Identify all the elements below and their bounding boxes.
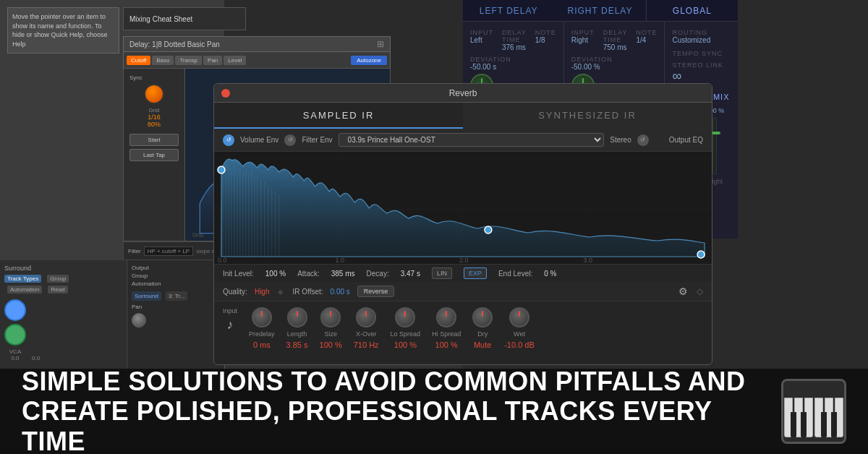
tab-baso[interactable]: Baso: [152, 56, 174, 65]
last-tap-btn[interactable]: Last Tap: [129, 149, 179, 161]
lin-btn[interactable]: LIN: [432, 267, 452, 279]
tempo-sync-row: Tempo Sync: [672, 50, 731, 57]
automation-small: Automation: [132, 280, 220, 287]
surround-btns: Surround 3: Tr...: [132, 291, 220, 301]
reverb-close-button[interactable]: [221, 89, 230, 98]
piano-logo: [781, 379, 846, 444]
note-label-right: Note: [636, 29, 657, 36]
tab-transp[interactable]: Transp: [175, 56, 202, 65]
end-level-label: End Level:: [498, 270, 532, 278]
volume-env-toggle[interactable]: ↺: [223, 134, 234, 146]
stereo-link-icon[interactable]: ∞: [672, 69, 731, 84]
input-label-left: Input: [470, 29, 493, 36]
length-knob[interactable]: [287, 307, 307, 327]
db-val2: 0.0: [32, 355, 40, 361]
decay-label: Decay:: [367, 270, 389, 278]
dry-val: Mute: [474, 340, 491, 349]
start-btn[interactable]: Start: [129, 134, 179, 146]
gear-icon[interactable]: ⚙: [678, 286, 688, 297]
fader-main-group: VCA 0.0: [4, 299, 26, 361]
left-io-row: Input Left Delay Time 376 ms Note 1/8: [470, 29, 556, 51]
left-input-item: Input Left: [470, 29, 493, 51]
group-badge[interactable]: Group: [47, 275, 69, 283]
bottom-line-2: CREATE POLISHED, PROFESSIONAL TRACKS EVE…: [22, 396, 767, 454]
filter-env-toggle[interactable]: ↺: [284, 134, 296, 146]
tab-cutoff[interactable]: Cutoff: [127, 56, 150, 65]
delay-window-titlebar: Delay: 1|8 Dotted Basic Pan ⊞: [123, 36, 391, 52]
piano-key-black-1: [791, 412, 796, 437]
tab-synthesized-ir[interactable]: SYNTHESIZED IR: [463, 103, 712, 129]
piano-key-black-4: [831, 412, 837, 437]
lo-spread-val: 100 %: [394, 340, 417, 349]
slope-label: slope s: [196, 248, 214, 254]
tab-sampled-ir[interactable]: SAMPLED IR: [214, 103, 463, 129]
filter-env-label: Filter Env: [302, 136, 332, 144]
deviation-label-left: Deviation: [470, 56, 556, 63]
tab-pan[interactable]: Pan: [203, 56, 222, 65]
settings-expand-icon[interactable]: ◇: [697, 286, 703, 296]
input-label: Input: [223, 307, 237, 314]
note-val-left: 1/8: [535, 36, 556, 44]
reverb-titlebar: Reverb: [214, 84, 712, 103]
right-fader-track[interactable]: [712, 117, 717, 175]
xover-knob[interactable]: [356, 307, 376, 327]
hi-spread-knob[interactable]: [436, 307, 456, 327]
track-types-badge[interactable]: Track Types: [4, 275, 41, 283]
wet-knob[interactable]: [509, 307, 529, 327]
env-point-mid: [485, 226, 492, 234]
tab-level[interactable]: Level: [224, 56, 246, 65]
output-eq-toggle[interactable]: ↺: [637, 134, 649, 146]
delay-panel-header: LEFT DELAY RIGHT DELAY GLOBAL: [463, 0, 738, 22]
transport-bar: Mixing Cheat Sheet: [123, 7, 246, 30]
right-delay-header: RIGHT DELAY: [554, 0, 645, 22]
sync-column: Sync Grid 1/16 80% Start Last Tap: [124, 69, 185, 241]
init-level-label: Init Level:: [223, 270, 254, 278]
env-info-bar: Init Level: 100 % Attack: 385 ms Decay: …: [214, 264, 712, 282]
param-predelay: Predelay 0 ms: [249, 307, 275, 349]
length-val: 3.85 s: [286, 340, 308, 349]
right-input-item: Input Right: [571, 29, 595, 51]
size-val: 100 %: [320, 340, 342, 349]
routing-val: Customized: [672, 36, 731, 44]
ir-offset-val: 0.00 s: [331, 288, 350, 296]
dry-knob[interactable]: [472, 307, 493, 327]
read-badge[interactable]: Read: [48, 286, 67, 294]
stereo-link-label: Stereo Link: [672, 61, 731, 69]
predelay-knob[interactable]: [252, 307, 272, 327]
size-knob[interactable]: [320, 307, 341, 327]
predelay-label: Predelay: [249, 330, 275, 338]
pan-knob-small[interactable]: [132, 313, 146, 327]
piano-key-black-2: [801, 412, 807, 437]
pan-knob[interactable]: [4, 299, 26, 321]
note-label: 1/16: [129, 113, 179, 121]
attack-val: 385 ms: [331, 270, 355, 278]
output-panel: Output Group Automation Surround 3: Tr..…: [127, 260, 224, 369]
output-eq-label: Output EQ: [669, 136, 703, 144]
right-delay-time-item: Delay Time 750 ms: [603, 29, 628, 51]
piano-key-black-3: [821, 412, 827, 437]
left-deviation-row: Deviation -50.00 s: [470, 56, 556, 71]
deviation-val-left: -50.00 s: [470, 63, 556, 71]
delay-expand-icon[interactable]: ⊞: [377, 39, 384, 49]
reverb-ir-svg: 0.0 1.0 2.0 3.0: [214, 152, 712, 264]
sync-knob[interactable]: [144, 84, 164, 104]
decay-val: 3.47 s: [401, 270, 420, 278]
exp-btn[interactable]: EXP: [464, 267, 487, 279]
reverb-ir-display: 0.0 1.0 2.0 3.0: [214, 152, 712, 264]
reverse-button[interactable]: Reverse: [357, 286, 395, 297]
lo-spread-knob[interactable]: [395, 307, 415, 327]
svg-text:3.0: 3.0: [584, 257, 592, 264]
svg-text:1.0: 1.0: [336, 257, 344, 264]
tab-autozone[interactable]: Autozone: [351, 56, 387, 65]
svg-text:0.0: 0.0: [218, 257, 226, 264]
note-label-left: Note: [535, 29, 556, 36]
screenshot-area: Move the pointer over an item to show it…: [0, 0, 868, 369]
channel-btn[interactable]: [4, 324, 26, 346]
param-lo-spread: Lo Spread 100 %: [391, 307, 421, 349]
deviation-label-right: Deviation: [571, 56, 658, 63]
preset-selector[interactable]: 03.9s Prince Hall One-OST: [339, 133, 605, 147]
surround-val: Surround: [132, 291, 161, 301]
reverb-controls-row: ↺ Volume Env ↺ Filter Env 03.9s Prince H…: [214, 129, 712, 152]
delay-time-label-right: Delay Time: [603, 29, 628, 43]
quality-val: High: [255, 288, 270, 296]
